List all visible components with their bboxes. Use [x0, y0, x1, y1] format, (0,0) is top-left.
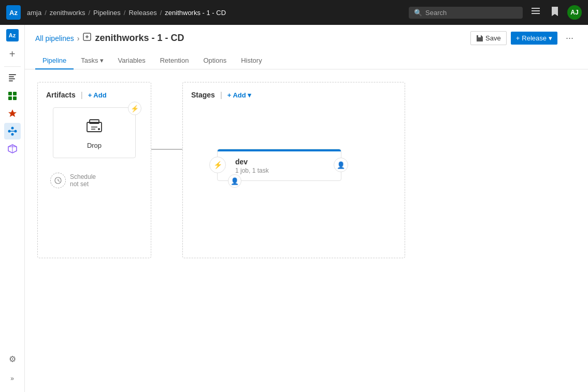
stage-name: dev	[235, 158, 334, 166]
svg-rect-0	[532, 8, 540, 9]
svg-point-14	[11, 133, 13, 136]
breadcrumb-pipelines[interactable]: Pipelines	[93, 9, 121, 17]
breadcrumb-releases[interactable]: Releases	[128, 9, 156, 17]
main-content: All pipelines › zenithworks - 1 - CD Sav…	[25, 25, 588, 392]
page-title-row: All pipelines › zenithworks - 1 - CD Sav…	[35, 30, 578, 46]
breadcrumb: amja / zenithworks / Pipelines / Release…	[27, 9, 409, 17]
search-box[interactable]: 🔍 Search	[409, 7, 523, 19]
tab-retention[interactable]: Retention	[153, 52, 196, 69]
breadcrumb-sep-3: /	[124, 9, 126, 17]
svg-point-11	[8, 130, 10, 133]
schedule-icon	[50, 173, 66, 188]
sidebar-item-boards[interactable]	[4, 88, 21, 104]
stage-info: dev 1 job, 1 task	[225, 158, 334, 174]
expand-icon[interactable]: »	[4, 370, 21, 387]
tab-pipeline[interactable]: Pipeline	[35, 52, 74, 69]
sidebar: Az + ⚙ »	[0, 25, 25, 392]
artifact-name: Drop	[62, 142, 127, 149]
svg-rect-6	[9, 80, 13, 81]
artifacts-panel: Artifacts | + Add ⚡	[37, 82, 151, 258]
release-chevron-icon: ▾	[549, 34, 552, 42]
pipeline-canvas: Artifacts | + Add ⚡	[25, 69, 588, 392]
artifacts-title: Artifacts | + Add	[46, 91, 142, 99]
canvas-row: Artifacts | + Add ⚡	[37, 82, 576, 258]
svg-line-26	[58, 180, 60, 181]
svg-point-23	[98, 128, 100, 130]
more-options-button[interactable]: ···	[562, 30, 578, 46]
breadcrumb-sep-1: /	[45, 9, 47, 17]
svg-rect-2	[532, 13, 540, 14]
tasks-chevron-icon: ▾	[100, 57, 104, 64]
stage-trigger-icon[interactable]: ⚡	[209, 157, 226, 173]
search-icon: 🔍	[414, 9, 422, 17]
svg-rect-3	[9, 74, 16, 75]
stage-card-dev[interactable]: ⚡ 👤 dev 1 job, 1 task 👤	[217, 149, 341, 181]
sidebar-logo[interactable]: Az	[6, 29, 19, 41]
svg-rect-4	[9, 76, 14, 77]
sidebar-item-repos[interactable]	[4, 70, 21, 87]
stage-card-body: ⚡ 👤 dev 1 job, 1 task 👤	[218, 151, 341, 180]
svg-rect-1	[532, 10, 540, 11]
svg-rect-7	[8, 92, 12, 95]
svg-point-13	[14, 130, 17, 133]
all-pipelines-link[interactable]: All pipelines	[35, 34, 74, 43]
breadcrumb-current: zenithworks - 1 - CD	[165, 9, 226, 17]
tab-options[interactable]: Options	[196, 52, 234, 69]
breadcrumb-amja[interactable]: amja	[27, 9, 41, 17]
schedule-row[interactable]: Schedule not set	[46, 169, 142, 192]
bookmark-icon[interactable]	[549, 5, 561, 21]
tab-variables[interactable]: Variables	[111, 52, 153, 69]
svg-rect-8	[13, 92, 17, 95]
sidebar-item-add[interactable]: +	[4, 46, 21, 62]
svg-rect-20	[90, 120, 99, 123]
svg-rect-5	[9, 78, 15, 79]
breadcrumb-zenithworks[interactable]: zenithworks	[50, 9, 85, 17]
tab-tasks[interactable]: Tasks ▾	[74, 52, 110, 69]
search-label: Search	[425, 9, 447, 17]
artifact-card-drop[interactable]: ⚡ Drop	[53, 107, 136, 158]
list-icon[interactable]	[529, 5, 542, 21]
save-button[interactable]: Save	[470, 31, 507, 45]
add-stage-chevron-icon: ▾	[248, 91, 251, 99]
connector	[151, 82, 182, 258]
header-actions: Save + Release ▾ ···	[470, 30, 578, 46]
nav-icons: AJ	[529, 5, 582, 21]
page-title: zenithworks - 1 - CD	[95, 33, 184, 44]
stages-panel: Stages | + Add ▾	[182, 82, 405, 258]
svg-rect-9	[8, 96, 12, 100]
add-artifact-button[interactable]: + Add	[88, 91, 107, 99]
pipeline-icon	[82, 32, 92, 44]
artifact-icon	[62, 116, 127, 138]
breadcrumb-sep-2: /	[88, 9, 90, 17]
svg-point-12	[11, 127, 13, 130]
svg-rect-10	[13, 96, 17, 100]
add-stage-button[interactable]: + Add ▾	[227, 91, 251, 99]
stage-approver-right-icon[interactable]: 👤	[334, 158, 348, 172]
settings-icon[interactable]: ⚙	[4, 351, 21, 367]
user-avatar[interactable]: AJ	[567, 5, 582, 20]
sidebar-item-testplans[interactable]	[4, 105, 21, 122]
stages-title: Stages | + Add ▾	[191, 91, 396, 99]
tabs-bar: Pipeline Tasks ▾ Variables Retention Opt…	[35, 52, 578, 69]
breadcrumb-arrow: ›	[77, 34, 80, 43]
sidebar-separator-1	[4, 66, 21, 67]
sidebar-item-artifacts[interactable]	[4, 141, 21, 157]
stage-approver-left-icon[interactable]: 👤	[228, 174, 241, 188]
release-button[interactable]: + Release ▾	[511, 32, 557, 45]
artifact-trigger-icon[interactable]: ⚡	[128, 102, 141, 115]
sidebar-item-pipelines[interactable]	[4, 123, 21, 139]
content-header: All pipelines › zenithworks - 1 - CD Sav…	[25, 25, 588, 69]
tab-history[interactable]: History	[234, 52, 269, 69]
stage-meta: 1 job, 1 task	[235, 167, 334, 174]
breadcrumb-sep-4: /	[160, 9, 162, 17]
schedule-text: Schedule not set	[70, 173, 96, 188]
azure-devops-logo[interactable]: Az	[6, 5, 21, 20]
